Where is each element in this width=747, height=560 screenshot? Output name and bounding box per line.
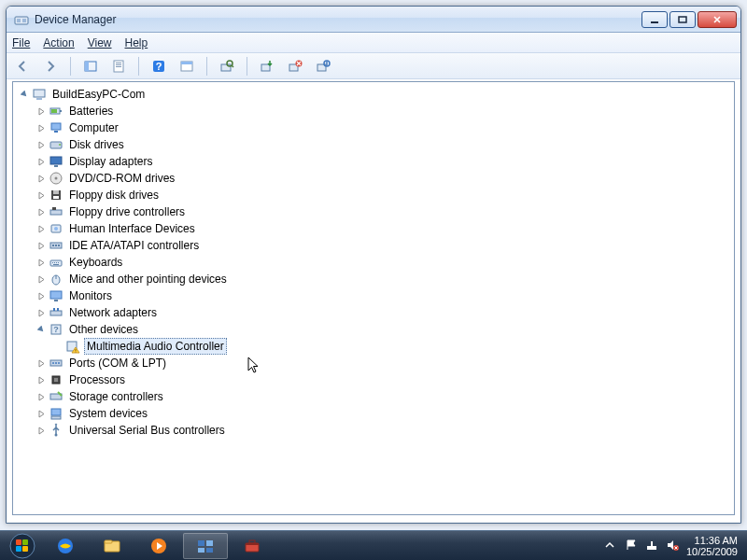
- tree-item-3[interactable]: Display adapters: [15, 153, 732, 170]
- expander-icon[interactable]: [35, 408, 47, 419]
- expander-icon[interactable]: [35, 240, 47, 251]
- taskbar-mediaplayer[interactable]: [136, 533, 181, 559]
- window-title: Device Manager: [35, 13, 641, 26]
- taskbar-ie[interactable]: [43, 533, 88, 559]
- close-button[interactable]: [698, 11, 737, 28]
- monitor-icon: [49, 288, 63, 303]
- computerRoot-icon: [32, 87, 47, 102]
- show-hidden-icons[interactable]: [604, 539, 617, 553]
- menu-file[interactable]: File: [12, 36, 30, 49]
- minimize-button[interactable]: [641, 11, 668, 28]
- forward-button[interactable]: [40, 56, 61, 77]
- clock-date: 10/25/2009: [686, 546, 738, 557]
- svg-rect-17: [261, 64, 270, 71]
- node-label: Network adapters: [67, 305, 159, 320]
- disable-button[interactable]: [313, 56, 333, 77]
- tree-item-10[interactable]: Mice and other pointing devices: [15, 271, 732, 287]
- device-tree[interactable]: BuildEasyPC-ComBatteriesComputerDisk dri…: [12, 81, 735, 515]
- tree-item-14[interactable]: Ports (COM & LPT): [15, 355, 732, 371]
- menu-action[interactable]: Action: [43, 36, 74, 49]
- svg-rect-76: [22, 539, 28, 545]
- expander-icon[interactable]: [35, 206, 47, 217]
- taskbar-explorer[interactable]: [90, 533, 134, 559]
- clock[interactable]: 11:36 AM 10/25/2009: [686, 535, 738, 557]
- svg-rect-8: [116, 63, 121, 63]
- expander-icon[interactable]: [52, 341, 63, 352]
- volume-icon[interactable]: [666, 539, 679, 553]
- expander-icon[interactable]: [35, 139, 47, 150]
- update-driver-button[interactable]: [257, 56, 277, 77]
- back-button[interactable]: [12, 56, 33, 77]
- svg-rect-4: [679, 17, 686, 22]
- expander-icon[interactable]: [35, 257, 47, 268]
- expander-icon[interactable]: [19, 89, 30, 100]
- expander-icon[interactable]: [35, 374, 47, 385]
- node-label: System devices: [67, 406, 149, 421]
- node-label: Mice and other pointing devices: [67, 272, 229, 287]
- tree-item-16[interactable]: Storage controllers: [15, 388, 732, 405]
- menu-view[interactable]: View: [88, 36, 112, 49]
- tree-item-13[interactable]: ?Other devices: [15, 321, 732, 338]
- tree-item-0[interactable]: Batteries: [15, 103, 732, 119]
- menubar: File Action View Help: [7, 33, 740, 53]
- maximize-button[interactable]: [669, 11, 696, 28]
- tree-item-11[interactable]: Monitors: [15, 287, 732, 304]
- tree-item-12[interactable]: Network adapters: [15, 304, 732, 321]
- tree-item-17[interactable]: System devices: [15, 405, 732, 422]
- svg-rect-56: [50, 311, 62, 315]
- tree-item-7[interactable]: Human Interface Devices: [15, 220, 732, 237]
- action-button[interactable]: [176, 56, 197, 77]
- taskbar-controlpanel[interactable]: [183, 533, 228, 559]
- svg-rect-39: [52, 207, 56, 210]
- svg-rect-91: [651, 541, 653, 546]
- tree-item-1[interactable]: Computer: [15, 119, 732, 136]
- tree-item-4[interactable]: DVD/CD-ROM drives: [15, 170, 732, 187]
- menu-help[interactable]: Help: [125, 36, 148, 49]
- expander-icon[interactable]: [35, 391, 47, 402]
- flag-icon[interactable]: [625, 539, 638, 553]
- svg-rect-37: [53, 196, 59, 199]
- expander-icon[interactable]: [35, 273, 47, 285]
- tree-item-5[interactable]: Floppy disk drives: [15, 187, 732, 203]
- tree-root[interactable]: BuildEasyPC-Com: [15, 86, 732, 103]
- svg-rect-14: [181, 62, 192, 64]
- taskbar-toolbox[interactable]: [230, 533, 275, 559]
- expander-icon[interactable]: [35, 189, 47, 201]
- show-hide-console-button[interactable]: [80, 56, 101, 77]
- titlebar[interactable]: Device Manager: [7, 7, 740, 33]
- expander-icon[interactable]: [35, 307, 47, 318]
- svg-rect-72: [51, 416, 61, 419]
- tree-item-18[interactable]: Universal Serial Bus controllers: [15, 422, 732, 439]
- svg-rect-36: [53, 190, 59, 194]
- expander-icon[interactable]: [35, 223, 47, 234]
- expander-icon[interactable]: [35, 173, 47, 184]
- properties-button[interactable]: [108, 56, 129, 77]
- tree-item-2[interactable]: Disk drives: [15, 136, 732, 153]
- expander-icon[interactable]: [35, 357, 47, 369]
- expander-icon[interactable]: [35, 324, 47, 335]
- tree-item-8[interactable]: IDE ATA/ATAPI controllers: [15, 237, 732, 254]
- node-label: Disk drives: [67, 137, 126, 152]
- expander-icon[interactable]: [35, 290, 47, 301]
- expander-icon[interactable]: [35, 425, 47, 436]
- expander-icon[interactable]: [35, 122, 47, 133]
- tree-item-15[interactable]: Processors: [15, 371, 732, 388]
- tree-subitem-13-0[interactable]: Multimedia Audio Controller: [15, 338, 732, 355]
- svg-point-41: [54, 227, 58, 231]
- tree-item-6[interactable]: Floppy drive controllers: [15, 203, 732, 220]
- start-button[interactable]: [4, 531, 41, 561]
- app-icon: [14, 12, 29, 27]
- uninstall-button[interactable]: [285, 56, 305, 77]
- svg-rect-71: [51, 409, 61, 415]
- network-icon[interactable]: [645, 539, 658, 553]
- node-label: Human Interface Devices: [67, 221, 197, 236]
- svg-rect-15: [221, 64, 231, 71]
- tree-item-9[interactable]: Keyboards: [15, 254, 732, 271]
- expander-icon[interactable]: [35, 156, 47, 167]
- expander-icon[interactable]: [35, 105, 47, 117]
- svg-rect-43: [52, 245, 54, 246]
- scan-hardware-button[interactable]: [217, 56, 237, 77]
- help-button[interactable]: ?: [148, 56, 169, 77]
- toolbar: ?: [7, 53, 740, 79]
- window-buttons: [641, 11, 737, 28]
